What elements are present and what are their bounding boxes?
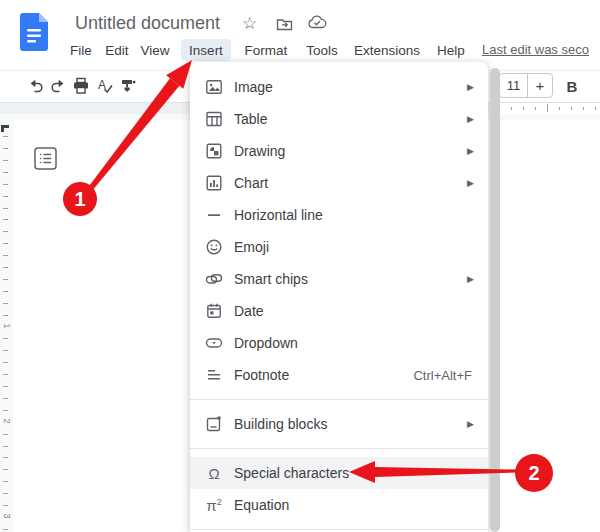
ruler-tick: [3, 505, 8, 506]
menubar-item-extensions[interactable]: Extensions: [349, 39, 425, 61]
ruler-tick: [559, 107, 560, 110]
redo-icon[interactable]: [47, 76, 69, 96]
spellcheck-icon[interactable]: A: [94, 76, 116, 96]
ruler-tick: [3, 362, 8, 363]
menubar-item-format[interactable]: Format: [238, 39, 294, 61]
document-title[interactable]: Untitled document: [75, 13, 220, 34]
menubar-item-insert[interactable]: Insert: [181, 39, 231, 61]
menu-item-building-blocks[interactable]: Building blocks▶: [190, 408, 488, 440]
menu-item-table[interactable]: Table▶: [190, 103, 488, 135]
ruler-tick: [3, 267, 8, 268]
menu-item-horizontal-line[interactable]: Horizontal line: [190, 199, 488, 231]
menu-item-label: Horizontal line: [234, 207, 323, 223]
ruler-tick: [583, 107, 584, 110]
ruler-tick: [3, 386, 8, 387]
ruler-tick: [3, 303, 8, 304]
menu-item-emoji[interactable]: Emoji: [190, 231, 488, 263]
ruler-tick: [3, 481, 8, 482]
insert-menu-panel: Image▶Table▶Drawing▶Chart▶Horizontal lin…: [190, 62, 488, 532]
menu-item-label: Chart: [234, 175, 268, 191]
ruler-tick: [571, 107, 572, 110]
vertical-ruler-number: 2: [2, 414, 12, 427]
menu-item-label: Table: [234, 111, 267, 127]
submenu-arrow-icon: ▶: [467, 146, 474, 156]
ruler-tick: [3, 196, 8, 197]
submenu-arrow-icon: ▶: [467, 274, 474, 284]
ruler-tick: [3, 529, 8, 530]
menu-item-equation[interactable]: π2Equation: [190, 489, 488, 521]
menubar-item-tools[interactable]: Tools: [301, 39, 343, 61]
ruler-tick: [511, 107, 512, 110]
menu-item-footnote[interactable]: FootnoteCtrl+Alt+F: [190, 359, 488, 391]
menubar-item-view[interactable]: View: [137, 39, 173, 61]
ruler-margin-marker-part: [1, 125, 4, 132]
bold-button[interactable]: B: [560, 74, 584, 98]
menu-item-special-characters[interactable]: ΩSpecial characters: [190, 457, 488, 489]
ruler-tick: [3, 148, 8, 149]
horizontal-line-icon: [204, 205, 224, 225]
menu-separator: [190, 529, 488, 530]
print-icon[interactable]: [70, 76, 92, 96]
vertical-ruler: 123: [0, 114, 13, 532]
menu-item-smart-chips[interactable]: Smart chips▶: [190, 263, 488, 295]
font-size-increase-button[interactable]: +: [528, 74, 552, 97]
ruler-tick: [3, 172, 8, 173]
horizontal-ruler-ticks: [500, 103, 600, 114]
document-outline-icon[interactable]: [33, 146, 58, 171]
menu-item-date[interactable]: Date: [190, 295, 488, 327]
submenu-arrow-icon: ▶: [467, 82, 474, 92]
ruler-tick: [3, 338, 8, 339]
submenu-arrow-icon: ▶: [467, 114, 474, 124]
ruler-tick: [3, 160, 8, 161]
emoji-icon: [204, 237, 224, 257]
ruler-tick: [3, 446, 8, 447]
ruler-tick: [3, 398, 8, 399]
cloud-saved-icon[interactable]: [308, 15, 327, 34]
menu-item-label: Special characters: [234, 465, 349, 481]
ruler-tick: [3, 457, 8, 458]
dropdown-icon: [204, 333, 224, 353]
ruler-tick: [595, 107, 596, 110]
ruler-tick: [3, 410, 8, 411]
undo-icon[interactable]: [25, 76, 47, 96]
ruler-tick: [3, 291, 8, 292]
star-icon[interactable]: ☆: [242, 15, 257, 32]
menu-item-label: Drawing: [234, 143, 285, 159]
menubar-item-help[interactable]: Help: [431, 39, 471, 61]
move-to-folder-icon[interactable]: [276, 15, 293, 36]
menu-item-dropdown[interactable]: Dropdown: [190, 327, 488, 359]
font-size-control: 11 +: [499, 73, 553, 98]
menu-item-label: Dropdown: [234, 335, 298, 351]
menu-scrollbar[interactable]: [490, 68, 500, 532]
menubar-item-edit[interactable]: Edit: [100, 39, 134, 61]
google-docs-window: Untitled document ☆ FileEditViewInsertFo…: [0, 0, 600, 532]
last-edit-link[interactable]: Last edit was seco: [482, 42, 589, 57]
ruler-tick: [3, 469, 8, 470]
ruler-tick: [3, 315, 8, 316]
google-docs-logo[interactable]: [20, 13, 48, 51]
menu-item-image[interactable]: Image▶: [190, 71, 488, 103]
menubar-item-file[interactable]: File: [66, 39, 96, 61]
menu-separator: [190, 399, 488, 400]
ruler-tick: [3, 231, 8, 232]
special-characters-icon: Ω: [204, 463, 224, 483]
font-size-value[interactable]: 11: [500, 74, 528, 97]
menu-item-chart[interactable]: Chart▶: [190, 167, 488, 199]
ruler-tick: [3, 434, 8, 435]
menu-item-drawing[interactable]: Drawing▶: [190, 135, 488, 167]
vertical-ruler-number: 1: [2, 319, 12, 332]
paint-format-icon[interactable]: [117, 76, 139, 96]
menu-item-label: Footnote: [234, 367, 289, 383]
ruler-tick: [3, 255, 8, 256]
submenu-arrow-icon: ▶: [467, 419, 474, 429]
submenu-arrow-icon: ▶: [467, 178, 474, 188]
menu-item-label: Date: [234, 303, 264, 319]
ruler-tick: [3, 184, 8, 185]
ruler-tick: [523, 107, 524, 110]
footnote-icon: [204, 365, 224, 385]
ruler-tick: [3, 208, 8, 209]
vertical-ruler-number: 3: [2, 509, 12, 522]
ruler-tick: [535, 107, 536, 110]
ruler-tick: [3, 350, 8, 351]
menu-item-label: Smart chips: [234, 271, 308, 287]
